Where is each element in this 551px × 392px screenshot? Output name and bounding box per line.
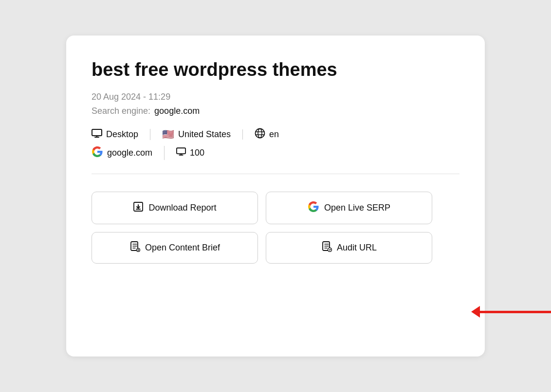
google-g-icon bbox=[308, 201, 319, 215]
meta-row-2: google.com 100 bbox=[92, 146, 459, 160]
open-content-brief-button[interactable]: Open Content Brief bbox=[92, 232, 258, 264]
divider bbox=[92, 174, 459, 174]
google-icon bbox=[92, 146, 103, 160]
search-engine-value: google.com bbox=[154, 106, 200, 116]
meta-date: 20 Aug 2024 - 11:29 bbox=[92, 92, 459, 102]
meta-engine-row: Search engine: google.com bbox=[92, 106, 459, 116]
results-count-label: 100 bbox=[190, 148, 204, 158]
main-card: best free wordpress themes 20 Aug 2024 -… bbox=[66, 36, 485, 356]
meta-row-1: Desktop 🇺🇸 United States en bbox=[92, 128, 459, 141]
meta-language: en bbox=[255, 128, 279, 141]
meta-results: 100 bbox=[176, 147, 204, 158]
keyword-title: best free wordpress themes bbox=[92, 59, 459, 81]
meta-desktop: Desktop bbox=[92, 129, 150, 140]
audit-url-button[interactable]: Audit URL bbox=[266, 232, 432, 264]
open-live-serp-button[interactable]: Open Live SERP bbox=[266, 192, 432, 224]
svg-rect-0 bbox=[92, 129, 102, 136]
meta-country: 🇺🇸 United States bbox=[162, 129, 243, 140]
language-label: en bbox=[269, 129, 279, 140]
audit-url-label: Audit URL bbox=[337, 243, 377, 253]
arrow-annotation bbox=[471, 306, 551, 318]
country-label: United States bbox=[178, 129, 231, 140]
google-domain-label: google.com bbox=[107, 148, 152, 158]
arrow-line bbox=[480, 311, 551, 313]
meta-google: google.com bbox=[92, 146, 165, 160]
svg-point-1 bbox=[256, 128, 265, 138]
buttons-grid: Download Report Open Live SERP bbox=[92, 192, 432, 264]
desktop-label: Desktop bbox=[106, 129, 138, 140]
search-engine-label: Search engine: bbox=[92, 106, 150, 116]
arrow-head bbox=[471, 306, 480, 318]
globe-icon bbox=[255, 128, 265, 141]
monitor-icon bbox=[92, 129, 102, 140]
svg-rect-5 bbox=[177, 148, 185, 154]
content-brief-icon bbox=[129, 241, 140, 254]
svg-point-2 bbox=[258, 128, 262, 138]
svg-point-10 bbox=[328, 248, 331, 251]
download-report-label: Download Report bbox=[148, 203, 216, 213]
open-content-brief-label: Open Content Brief bbox=[145, 243, 220, 253]
download-report-button[interactable]: Download Report bbox=[92, 192, 258, 224]
flag-icon: 🇺🇸 bbox=[162, 129, 174, 139]
open-live-serp-label: Open Live SERP bbox=[324, 203, 390, 213]
monitor-small-icon bbox=[176, 147, 186, 158]
download-icon bbox=[133, 201, 144, 214]
audit-icon bbox=[321, 241, 332, 254]
